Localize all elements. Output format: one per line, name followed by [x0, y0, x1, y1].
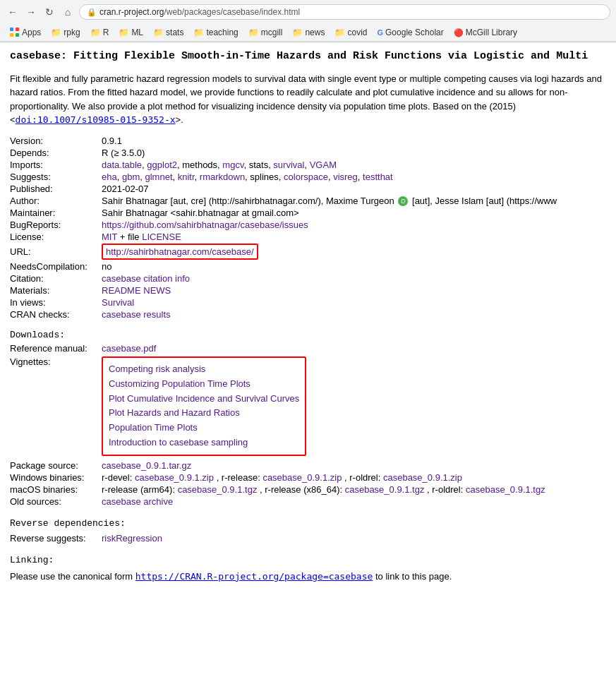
bookmark-covid[interactable]: 📁 covid [330, 26, 371, 39]
suggests-rmarkdown-link[interactable]: rmarkdown [200, 172, 245, 182]
suggests-gbm-link[interactable]: gbm [122, 172, 140, 182]
bookmark-mcgill[interactable]: 📁 mcgill [244, 26, 287, 39]
author-value: Sahir Bhatnagar [aut, cre] (http://sahir… [102, 196, 606, 207]
refmanual-label: Reference manual: [10, 343, 102, 354]
version-row: Version: 0.9.1 [10, 136, 606, 146]
windows-devel-link[interactable]: casebase_0.9.1.zip [135, 472, 214, 483]
linking-row: Please use the canonical form https://CR… [10, 571, 606, 582]
bookmark-google-scholar[interactable]: G Google Scholar [373, 26, 447, 39]
macos-arm64-prefix: r-release (arm64): [102, 484, 178, 495]
bugreports-label: BugReports: [10, 220, 102, 230]
cran-value: casebase results [102, 309, 606, 320]
suggests-eha-link[interactable]: eha [102, 172, 117, 182]
imports-value: data.table, ggplot2, methods, mgcv, stat… [102, 160, 606, 170]
bookmark-apps[interactable]: Apps [6, 26, 45, 39]
maintainer-label: Maintainer: [10, 208, 102, 218]
news-link[interactable]: NEWS [143, 285, 171, 296]
bookmark-teaching[interactable]: 📁 teaching [189, 26, 242, 39]
windows-roldrel-link[interactable]: casebase_0.9.1.zip [383, 472, 462, 483]
license-file-link[interactable]: LICENSE [142, 232, 181, 242]
windows-devel-prefix: r-devel: [102, 472, 135, 483]
folder-icon-news: 📁 [292, 28, 303, 37]
vignette-intro-sampling[interactable]: Introduction to casebase sampling [109, 436, 299, 450]
windows-release-link[interactable]: casebase_0.9.1.zip [262, 472, 342, 483]
bookmark-news[interactable]: 📁 news [288, 26, 329, 39]
imports-ggplot2-link[interactable]: ggplot2 [147, 160, 177, 170]
reload-button[interactable]: ↻ [42, 5, 56, 19]
imports-vgam-link[interactable]: VGAM [310, 160, 337, 170]
revdeps-heading: Reverse dependencies: [10, 518, 606, 529]
forward-button[interactable]: → [24, 5, 38, 19]
bookmark-R[interactable]: 📁 R [86, 26, 114, 39]
oldsources-value: casebase archive [102, 496, 606, 507]
suggests-visreg-link[interactable]: visreg [333, 172, 358, 182]
vignettes-row: Vignettes: Competing risk analysis Custo… [10, 356, 606, 456]
license-mit-link[interactable]: MIT [102, 232, 117, 242]
macos-x86-prefix: , r-release (x86_64): [260, 484, 345, 495]
needscompilation-label: NeedsCompilation: [10, 261, 102, 272]
bookmark-apps-label: Apps [22, 28, 41, 37]
bookmark-rpkg[interactable]: 📁 rpkg [47, 26, 84, 39]
revsuggests-link[interactable]: riskRegression [102, 533, 162, 544]
refmanual-row: Reference manual: casebase.pdf [10, 343, 606, 354]
mcgill-library-icon: 🔴 [454, 28, 464, 37]
vignette-competing-risk[interactable]: Competing risk analysis [109, 362, 299, 377]
readme-link[interactable]: README [102, 285, 141, 296]
macos-arm64-link[interactable]: casebase_0.9.1.tgz [178, 484, 258, 495]
url-domain: cran.r-project.org [99, 7, 164, 17]
back-button[interactable]: ← [6, 5, 20, 19]
imports-survival-link[interactable]: survival [273, 160, 304, 170]
inviews-link[interactable]: Survival [102, 297, 134, 308]
macos-roldrel-link[interactable]: casebase_0.9.1.tgz [466, 484, 545, 495]
address-bar[interactable]: 🔒 cran.r-project.org/web/packages/caseba… [79, 4, 610, 20]
browser-chrome: ← → ↻ ⌂ 🔒 cran.r-project.org/web/package… [0, 0, 616, 42]
vignette-plot-cumulative[interactable]: Plot Cumulative Incidence and Survival C… [109, 392, 299, 407]
pkg-source-link[interactable]: casebase_0.9.1.tar.gz [102, 460, 191, 471]
bookmarks-bar: Apps 📁 rpkg 📁 R 📁 ML 📁 stats 📁 teaching … [0, 24, 616, 42]
url-link[interactable]: http://sahirbhatnagar.com/casebase/ [106, 246, 254, 257]
macos-value: r-release (arm64): casebase_0.9.1.tgz , … [102, 484, 606, 495]
cran-canonical-link[interactable]: https://CRAN.R-project.org/package=caseb… [135, 571, 373, 582]
vignette-population-time[interactable]: Population Time Plots [109, 421, 299, 436]
bookmark-mcgill-library-label: McGill Library [466, 28, 517, 37]
cran-label: CRAN checks: [10, 309, 102, 320]
macos-x86-link[interactable]: casebase_0.9.1.tgz [345, 484, 425, 495]
imports-mgcv-link[interactable]: mgcv [222, 160, 243, 170]
vignette-plot-hazards[interactable]: Plot Hazards and Hazard Ratios [109, 406, 299, 421]
revsuggests-label: Reverse suggests: [10, 533, 102, 544]
bookmark-google-scholar-label: Google Scholar [385, 28, 444, 37]
inviews-row: In views: Survival [10, 297, 606, 308]
pkg-source-label: Package source: [10, 460, 102, 471]
url-text: cran.r-project.org/web/packages/casebase… [99, 7, 300, 17]
orcid-icon: D [398, 196, 408, 206]
windows-label: Windows binaries: [10, 472, 102, 483]
published-label: Published: [10, 184, 102, 194]
bookmark-ML[interactable]: 📁 ML [114, 26, 147, 39]
url-box: http://sahirbhatnagar.com/casebase/ [102, 244, 258, 260]
pkg-source-value: casebase_0.9.1.tar.gz [102, 460, 606, 471]
citation-row: Citation: casebase citation info [10, 273, 606, 284]
citation-value: casebase citation info [102, 273, 606, 284]
suggests-glmnet-link[interactable]: glmnet [145, 172, 172, 182]
cran-link[interactable]: casebase results [102, 309, 171, 320]
oldsources-link[interactable]: casebase archive [102, 496, 173, 507]
url-row: URL: http://sahirbhatnagar.com/casebase/ [10, 244, 606, 260]
bookmark-stats[interactable]: 📁 stats [149, 26, 188, 39]
bugreports-value: https://github.com/sahirbhatnagar/caseba… [102, 220, 606, 230]
home-button[interactable]: ⌂ [61, 5, 75, 19]
info-table: Version: 0.9.1 Depends: R (≥ 3.5.0) Impo… [10, 136, 606, 320]
license-label: License: [10, 232, 102, 242]
suggests-testthat-link[interactable]: testthat [363, 172, 393, 182]
bugreports-link[interactable]: https://github.com/sahirbhatnagar/caseba… [102, 220, 308, 230]
doi-link[interactable]: doi:10.1007/s10985-015-9352-x [16, 114, 176, 125]
lock-icon: 🔒 [87, 8, 97, 17]
refmanual-link[interactable]: casebase.pdf [102, 343, 156, 354]
vignette-customizing[interactable]: Customizing Population Time Plots [109, 377, 299, 392]
imports-datatable-link[interactable]: data.table [102, 160, 142, 170]
citation-link[interactable]: casebase citation info [102, 273, 190, 284]
suggests-colorspace-link[interactable]: colorspace [284, 172, 328, 182]
windows-release-prefix: , r-release: [217, 472, 263, 483]
suggests-knitr-link[interactable]: knitr [178, 172, 195, 182]
refmanual-value: casebase.pdf [102, 343, 606, 354]
bookmark-mcgill-library[interactable]: 🔴 McGill Library [449, 26, 521, 39]
